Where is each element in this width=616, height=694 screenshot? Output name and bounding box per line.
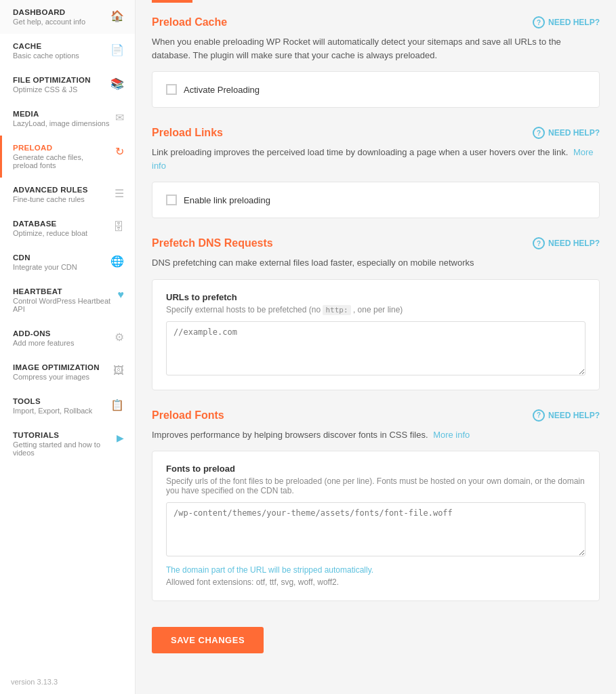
fonts-note-2: Allowed font extensions: otf, ttf, svg, … <box>166 576 586 588</box>
fonts-sublabel: Specify urls of the font files to be pre… <box>166 476 586 495</box>
media-icon: ✉ <box>115 111 124 124</box>
urls-sublabel: Specify external hosts to be prefetched … <box>166 305 586 314</box>
sidebar-item-dashboard[interactable]: DASHBOARD Get help, account info 🏠 <box>0 0 135 34</box>
fonts-to-preload-textarea[interactable] <box>166 502 586 556</box>
sidebar-item-tutorials[interactable]: TUTORIALS Getting started and how to vid… <box>0 423 135 465</box>
fonts-note-1: The domain part of the URL will be strip… <box>166 564 586 588</box>
image-opt-icon: 🖼 <box>113 365 124 377</box>
heartbeat-icon: ♥ <box>118 289 125 301</box>
activate-preloading-checkbox[interactable] <box>166 84 177 95</box>
tools-icon: 📋 <box>110 399 124 411</box>
preload-fonts-desc: Improves performance by helping browsers… <box>152 428 600 442</box>
cdn-icon: 🌐 <box>110 255 124 268</box>
preload-links-card: Enable link preloading <box>152 182 600 218</box>
preload-fonts-title: Preload Fonts <box>152 409 224 422</box>
urls-to-prefetch-textarea[interactable] <box>166 321 586 375</box>
add-ons-icon: ⚙ <box>115 331 124 344</box>
sidebar-item-media[interactable]: MEDIA LazyLoad, image dimensions ✉ <box>0 102 135 136</box>
home-icon: 🏠 <box>110 9 124 22</box>
database-icon: 🗄 <box>113 221 124 233</box>
sidebar-item-image-optimization[interactable]: IMAGE OPTIMIZATION Compress your images … <box>0 355 135 389</box>
urls-to-prefetch-label: URLs to prefetch <box>166 292 586 302</box>
preload-cache-desc: When you enable preloading WP Rocket wil… <box>152 35 600 62</box>
preload-links-desc: Link preloading improves the perceived l… <box>152 146 600 172</box>
main-content: Preload Cache ? NEED HELP? When you enab… <box>136 0 616 694</box>
advanced-rules-icon: ☰ <box>115 187 124 200</box>
prefetch-dns-title: Prefetch DNS Requests <box>152 237 273 249</box>
activate-preloading-row[interactable]: Activate Preloading <box>166 84 586 95</box>
preload-cache-card: Activate Preloading <box>152 71 600 108</box>
save-changes-button[interactable]: SAVE CHANGES <box>152 627 264 653</box>
preload-links-need-help[interactable]: ? NEED HELP? <box>533 127 600 139</box>
sidebar-item-advanced-rules[interactable]: ADVANCED RULES Fine-tune cache rules ☰ <box>0 178 135 211</box>
sidebar-item-cdn[interactable]: CDN Integrate your CDN 🌐 <box>0 245 135 279</box>
enable-link-preloading-checkbox[interactable] <box>166 195 177 205</box>
sidebar-item-cache[interactable]: CACHE Basic cache options 📄 <box>0 34 135 68</box>
sidebar: DASHBOARD Get help, account info 🏠 CACHE… <box>0 0 136 694</box>
top-accent-bar <box>152 0 192 3</box>
version-label: version 3.13.3 <box>0 670 135 694</box>
help-circle-icon-2: ? <box>533 127 545 139</box>
sidebar-item-preload[interactable]: ➤ PRELOAD Generate cache files, preload … <box>0 136 135 178</box>
help-circle-icon-3: ? <box>533 237 545 249</box>
preload-fonts-more-info[interactable]: More info <box>433 430 470 440</box>
cache-icon: 📄 <box>110 43 124 56</box>
sidebar-item-database[interactable]: DATABASE Optimize, reduce bloat 🗄 <box>0 211 135 245</box>
preload-fonts-need-help[interactable]: ? NEED HELP? <box>533 409 600 422</box>
preload-fonts-section: Preload Fonts ? NEED HELP? Improves perf… <box>152 409 600 602</box>
prefetch-dns-need-help[interactable]: ? NEED HELP? <box>533 237 600 249</box>
preload-links-title: Preload Links <box>152 127 223 139</box>
fonts-to-preload-label: Fonts to preload <box>166 464 586 474</box>
sidebar-item-tools[interactable]: TOOLS Import, Export, Rollback 📋 <box>0 389 135 423</box>
enable-link-preloading-row[interactable]: Enable link preloading <box>166 195 586 205</box>
preload-cache-section: Preload Cache ? NEED HELP? When you enab… <box>152 16 600 108</box>
file-opt-icon: 📚 <box>110 77 124 90</box>
preload-links-section: Preload Links ? NEED HELP? Link preloadi… <box>152 127 600 218</box>
prefetch-dns-desc: DNS prefetching can make external files … <box>152 256 600 270</box>
sidebar-item-heartbeat[interactable]: HEARTBEAT Control WordPress Heartbeat AP… <box>0 279 135 321</box>
tutorials-icon: ▶ <box>117 432 124 443</box>
preload-cache-need-help[interactable]: ? NEED HELP? <box>533 16 600 28</box>
preload-fonts-card: Fonts to preload Specify urls of the fon… <box>152 451 600 601</box>
http-code: http: <box>323 305 350 315</box>
help-circle-icon: ? <box>533 16 545 28</box>
sidebar-item-file-optimization[interactable]: FILE OPTIMIZATION Optimize CSS & JS 📚 <box>0 68 135 102</box>
help-circle-icon-4: ? <box>533 409 545 422</box>
prefetch-dns-card: URLs to prefetch Specify external hosts … <box>152 279 600 390</box>
preload-refresh-icon: ↻ <box>115 145 124 158</box>
preload-cache-title: Preload Cache <box>152 16 227 28</box>
sidebar-item-add-ons[interactable]: ADD-ONS Add more features ⚙ <box>0 321 135 355</box>
prefetch-dns-section: Prefetch DNS Requests ? NEED HELP? DNS p… <box>152 237 600 390</box>
